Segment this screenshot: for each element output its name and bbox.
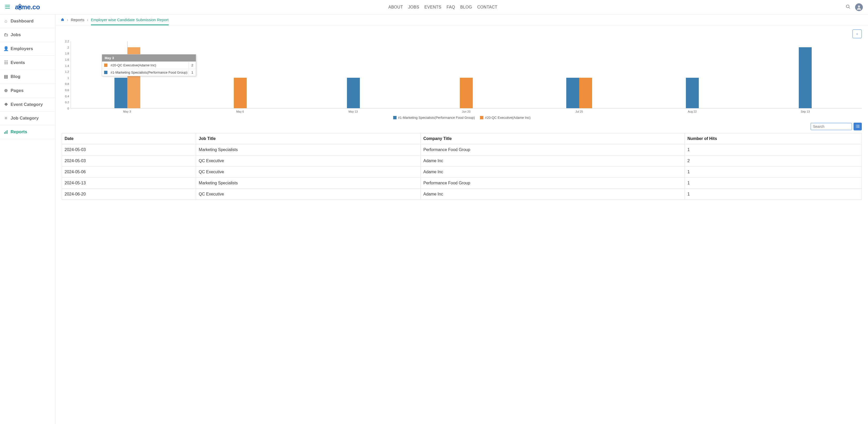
swatch-icon (104, 71, 107, 74)
bar-orange[interactable] (234, 78, 247, 108)
y-tick: 1.2 (65, 70, 69, 73)
bar-blue[interactable] (566, 78, 579, 108)
bar-blue[interactable] (347, 78, 360, 108)
sidebar-item-event-category[interactable]: ❖ Event Category (0, 98, 55, 111)
table-cell: 2024-05-03 (62, 156, 196, 167)
table-cell: Adame Inc (421, 156, 685, 167)
header-right (846, 3, 863, 11)
top-nav: ABOUT JOBS EVENTS FAQ BLOG CONTACT (40, 5, 846, 9)
chart-plot[interactable]: May 3 #20-QC Executive(Adame Inc) 2 #1-M… (70, 41, 862, 108)
table-controls (56, 121, 868, 132)
table-row[interactable]: 2024-05-03Marketing SpecialistsPerforman… (62, 144, 862, 156)
bar-group[interactable] (410, 41, 523, 108)
search-icon[interactable] (846, 4, 850, 10)
nav-jobs[interactable]: JOBS (408, 5, 419, 9)
column-toggle-button[interactable] (854, 123, 862, 130)
chart-y-axis: 00.20.40.60.811.21.41.61.822.2 (62, 41, 70, 108)
breadcrumb-home-icon[interactable] (61, 18, 64, 22)
svg-point-9 (856, 127, 857, 128)
sidebar-item-events[interactable]: ☷ Events (0, 56, 55, 70)
svg-rect-6 (857, 125, 860, 126)
bar-blue[interactable] (686, 78, 699, 108)
sidebar-item-label: Events (10, 60, 25, 65)
sidebar-item-reports[interactable]: Reports (0, 125, 55, 139)
y-tick: 0.6 (65, 89, 69, 92)
sidebar-item-pages[interactable]: ⊕ Pages (0, 84, 55, 98)
x-label: Jun 20 (410, 108, 523, 113)
tooltip-label: #20-QC Executive(Adame Inc) (110, 62, 189, 69)
list-icon (856, 125, 860, 129)
tooltip-value: 1 (189, 69, 196, 76)
header: ame.co ABOUT JOBS EVENTS FAQ BLOG CONTAC… (0, 0, 868, 14)
sidebar-item-dashboard[interactable]: ⌂ Dashboard (0, 14, 55, 28)
table-header[interactable]: Date (62, 133, 196, 144)
legend-item[interactable]: #1-Marketing Specialists(Performance Foo… (393, 116, 475, 120)
chevron-right-icon: › (67, 18, 68, 22)
svg-rect-3 (5, 131, 6, 134)
briefcase-icon: 🗀 (4, 32, 8, 37)
sidebar-item-blog[interactable]: ▤ Blog (0, 70, 55, 84)
tooltip-row: #20-QC Executive(Adame Inc) 2 (102, 61, 196, 69)
nav-contact[interactable]: CONTACT (477, 5, 497, 9)
nav-about[interactable]: ABOUT (388, 5, 403, 9)
bar-group[interactable] (184, 41, 297, 108)
bar-group[interactable] (636, 41, 749, 108)
table-cell: 2024-05-13 (62, 178, 196, 189)
calendar-icon: ☷ (4, 60, 8, 65)
menu-toggle-icon[interactable] (5, 5, 10, 9)
collapse-panel-button[interactable]: ‹ (852, 29, 862, 38)
avatar[interactable] (855, 3, 863, 11)
table-header[interactable]: Number of Hits (685, 133, 862, 144)
table-row[interactable]: 2024-05-13Marketing SpecialistsPerforman… (62, 178, 862, 189)
bar-blue[interactable] (115, 78, 127, 108)
sidebar-item-jobs[interactable]: 🗀 Jobs (0, 28, 55, 42)
breadcrumb: › Reports › Employer wise Candidate Subm… (56, 14, 868, 25)
bar-blue[interactable] (799, 47, 812, 108)
logo[interactable]: ame.co (15, 3, 40, 11)
breadcrumb-reports[interactable]: Reports (71, 18, 85, 22)
table-header[interactable]: Job Title (196, 133, 421, 144)
bar-orange[interactable] (460, 78, 473, 108)
nav-faq[interactable]: FAQ (447, 5, 455, 9)
search-input[interactable] (811, 123, 852, 130)
user-icon: 👤 (4, 46, 8, 52)
svg-rect-4 (7, 130, 7, 134)
table-cell: Marketing Specialists (196, 178, 421, 189)
x-label: May 6 (184, 108, 297, 113)
nav-events[interactable]: EVENTS (425, 5, 441, 9)
x-label: Sep 13 (749, 108, 862, 113)
chart: 00.20.40.60.811.21.41.61.822.2 May 3 #20… (56, 38, 868, 121)
table-row[interactable]: 2024-06-20QC ExecutiveAdame Inc1 (62, 189, 862, 200)
sidebar-item-job-category[interactable]: ≡ Job Category (0, 111, 55, 125)
bar-group[interactable] (297, 41, 410, 108)
y-tick: 0.2 (65, 101, 69, 104)
bar-group[interactable] (523, 41, 636, 108)
svg-point-7 (856, 126, 857, 127)
table-cell: QC Executive (196, 167, 421, 178)
table-cell: 2024-06-20 (62, 189, 196, 200)
y-tick: 1 (67, 76, 69, 79)
table-row[interactable]: 2024-05-06QC ExecutiveAdame Inc1 (62, 167, 862, 178)
swatch-icon (104, 64, 107, 67)
table-header[interactable]: Company Title (421, 133, 685, 144)
main-content: › Reports › Employer wise Candidate Subm… (56, 14, 868, 424)
sidebar-item-label: Pages (10, 88, 24, 93)
chevron-right-icon: › (87, 18, 88, 22)
table-cell: QC Executive (196, 156, 421, 167)
table-row[interactable]: 2024-05-03QC ExecutiveAdame Inc2 (62, 156, 862, 167)
svg-rect-8 (857, 126, 860, 127)
table-cell: Performance Food Group (421, 144, 685, 156)
legend-label: #1-Marketing Specialists(Performance Foo… (398, 116, 475, 120)
sidebar-item-employers[interactable]: 👤 Employers (0, 42, 55, 56)
y-tick: 2.2 (65, 40, 69, 43)
sidebar-item-label: Dashboard (10, 19, 34, 24)
bar-group[interactable] (749, 41, 862, 108)
x-label: May 13 (297, 108, 410, 113)
bar-orange[interactable] (579, 78, 592, 108)
y-tick: 2 (67, 46, 69, 49)
nav-blog[interactable]: BLOG (460, 5, 472, 9)
legend-item[interactable]: #20-QC Executive(Adame Inc) (480, 116, 530, 120)
table-cell: Performance Food Group (421, 178, 685, 189)
breadcrumb-current: Employer wise Candidate Submission Repor… (91, 18, 169, 25)
table-cell: QC Executive (196, 189, 421, 200)
